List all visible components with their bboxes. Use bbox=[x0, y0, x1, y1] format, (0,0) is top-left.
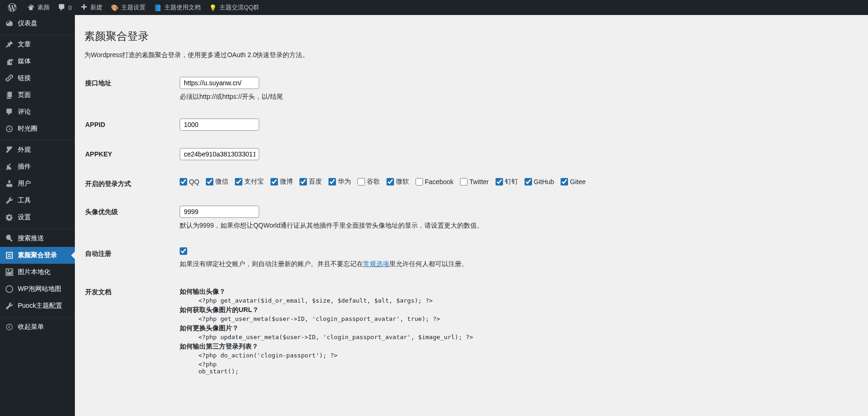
sidebar-item-dashboard[interactable]: 仪表盘 bbox=[0, 15, 75, 32]
separator bbox=[0, 227, 75, 229]
sitemap-icon bbox=[5, 284, 14, 294]
login-method-label: 谷歌 bbox=[367, 178, 380, 186]
dev-doc-code: <?php do_action('clogin-passport'); ?> bbox=[198, 352, 853, 359]
sidebar-item-appearance[interactable]: 外观 bbox=[0, 141, 75, 158]
login-method-checkbox-微博[interactable] bbox=[270, 178, 278, 186]
field-label-avatar-priority: 头像优先级 bbox=[85, 199, 179, 239]
apiurl-desc: 必须以http://或https://开头，以/结尾 bbox=[180, 93, 853, 101]
sidebar-item-users[interactable]: 用户 bbox=[0, 175, 75, 192]
login-method-checkbox-Twitter[interactable] bbox=[460, 178, 467, 186]
avatar-priority-input[interactable] bbox=[180, 206, 259, 218]
separator bbox=[0, 138, 75, 141]
sidebar-label: 插件 bbox=[18, 163, 31, 171]
sidebar-item-media[interactable]: 媒体 bbox=[0, 53, 75, 70]
login-method-checkbox-华为[interactable] bbox=[328, 178, 336, 186]
comment-icon bbox=[57, 3, 66, 12]
new-post[interactable]: 新建 bbox=[75, 0, 106, 15]
sidebar-item-suyan-login[interactable]: 素颜聚合登录 bbox=[0, 247, 75, 264]
puock-icon bbox=[5, 301, 14, 311]
sidebar-label: Puock主题配置 bbox=[18, 302, 62, 310]
login-method-label: Twitter bbox=[469, 178, 489, 186]
login-method-label: Gitee bbox=[570, 178, 585, 186]
sidebar-item-collapse[interactable]: 收起菜单 bbox=[0, 319, 75, 335]
login-method-checkbox-百度[interactable] bbox=[299, 178, 307, 186]
login-method-微信[interactable]: 微信 bbox=[206, 178, 228, 186]
login-method-checkbox-支付宝[interactable] bbox=[235, 178, 242, 186]
login-method-checkbox-钉钉[interactable] bbox=[496, 178, 503, 186]
login-method-华为[interactable]: 华为 bbox=[328, 178, 351, 186]
login-method-checkbox-微信[interactable] bbox=[206, 178, 213, 186]
login-method-Facebook[interactable]: Facebook bbox=[416, 178, 453, 186]
login-method-label: 微软 bbox=[396, 178, 409, 186]
login-method-谷歌[interactable]: 谷歌 bbox=[357, 178, 380, 186]
dev-doc-code: <?php get_avatar($id_or_email, $size, $d… bbox=[198, 297, 853, 304]
login-method-微博[interactable]: 微博 bbox=[270, 178, 293, 186]
admin-bar: 素颜 0 新建 🎨 主题设置 📘 主题使用文档 💡 主题交流QQ群 bbox=[0, 0, 868, 15]
login-method-Twitter[interactable]: Twitter bbox=[460, 178, 489, 186]
login-method-GitHub[interactable]: GitHub bbox=[525, 178, 554, 186]
login-method-label: 支付宝 bbox=[244, 178, 264, 186]
sidebar-item-image-local[interactable]: 图片本地化 bbox=[0, 264, 75, 281]
theme-qq[interactable]: 💡 主题交流QQ群 bbox=[204, 0, 263, 15]
login-method-Gitee[interactable]: Gitee bbox=[561, 178, 585, 186]
sidebar-label: 用户 bbox=[18, 179, 31, 188]
sidebar-item-plugins[interactable]: 插件 bbox=[0, 158, 75, 175]
sidebar-item-sitemap[interactable]: WP泡网站地图 bbox=[0, 281, 75, 297]
login-method-支付宝[interactable]: 支付宝 bbox=[235, 178, 264, 186]
media-icon bbox=[5, 57, 14, 66]
image-icon bbox=[5, 267, 14, 277]
login-method-checkbox-QQ[interactable] bbox=[180, 178, 187, 186]
dev-doc-code: <?php get_user_meta($user->ID, 'clogin_p… bbox=[198, 315, 853, 322]
field-label-auto-register: 自动注册 bbox=[85, 240, 179, 278]
login-method-label: Facebook bbox=[425, 178, 453, 186]
login-method-label: 微信 bbox=[215, 178, 228, 186]
sidebar-item-timeline[interactable]: 时光圈 bbox=[0, 120, 75, 137]
appid-input[interactable] bbox=[180, 119, 259, 131]
sidebar-item-tools[interactable]: 工具 bbox=[0, 192, 75, 209]
separator bbox=[0, 315, 75, 318]
dev-doc-heading: 如何输出第三方登录列表？ bbox=[180, 342, 853, 351]
sidebar-item-comments[interactable]: 评论 bbox=[0, 104, 75, 120]
sidebar-label: 文章 bbox=[18, 40, 31, 49]
login-method-checkbox-微软[interactable] bbox=[387, 178, 394, 186]
sidebar-item-puock[interactable]: Puock主题配置 bbox=[0, 297, 75, 314]
login-method-微软[interactable]: 微软 bbox=[387, 178, 409, 186]
comment-icon bbox=[5, 107, 14, 117]
site-name[interactable]: 素颜 bbox=[22, 0, 53, 15]
login-methods-group: QQ微信支付宝微博百度华为谷歌微软FacebookTwitter钉钉GitHub… bbox=[180, 178, 853, 186]
login-method-checkbox-Gitee[interactable] bbox=[561, 178, 568, 186]
wp-logo[interactable] bbox=[4, 0, 22, 15]
svg-point-1 bbox=[7, 324, 13, 330]
login-method-钉钉[interactable]: 钉钉 bbox=[496, 178, 518, 186]
login-method-QQ[interactable]: QQ bbox=[180, 178, 199, 186]
sidebar-item-settings[interactable]: 设置 bbox=[0, 209, 75, 226]
appkey-input[interactable] bbox=[180, 148, 259, 160]
sidebar-item-searchpush[interactable]: 搜索推送 bbox=[0, 230, 75, 247]
login-method-checkbox-Facebook[interactable] bbox=[416, 178, 423, 186]
sidebar-label: 评论 bbox=[18, 108, 31, 116]
general-options-link[interactable]: 常规选项 bbox=[363, 260, 389, 267]
comments-count[interactable]: 0 bbox=[53, 0, 75, 15]
sidebar-label: 搜索推送 bbox=[18, 234, 44, 243]
auto-register-checkbox[interactable] bbox=[180, 247, 187, 255]
dev-doc-heading: 如何输出头像？ bbox=[180, 288, 853, 296]
dev-doc-heading: 如何更换头像图片？ bbox=[180, 324, 853, 333]
login-method-checkbox-GitHub[interactable] bbox=[525, 178, 532, 186]
sidebar-item-links[interactable]: 链接 bbox=[0, 70, 75, 87]
home-icon bbox=[26, 3, 36, 12]
sidebar-label: 工具 bbox=[18, 196, 31, 205]
sidebar-label: 仪表盘 bbox=[18, 19, 37, 28]
login-method-checkbox-谷歌[interactable] bbox=[357, 178, 365, 186]
field-label-appkey: APPKEY bbox=[85, 141, 179, 170]
theme-settings[interactable]: 🎨 主题设置 bbox=[106, 0, 149, 15]
sidebar-label: 收起菜单 bbox=[18, 323, 44, 331]
login-method-百度[interactable]: 百度 bbox=[299, 178, 322, 186]
apiurl-input[interactable] bbox=[180, 77, 259, 89]
theme-docs[interactable]: 📘 主题使用文档 bbox=[149, 0, 204, 15]
dev-doc-content: 如何输出头像？<?php get_avatar($id_or_email, $s… bbox=[180, 288, 853, 375]
brush-icon bbox=[5, 145, 14, 155]
login-method-label: 微博 bbox=[280, 178, 293, 186]
settings-form: 接口地址 必须以http://或https://开头，以/结尾 APPID AP… bbox=[84, 69, 859, 387]
sidebar-item-posts[interactable]: 文章 bbox=[0, 36, 75, 53]
sidebar-item-pages[interactable]: 页面 bbox=[0, 87, 75, 104]
